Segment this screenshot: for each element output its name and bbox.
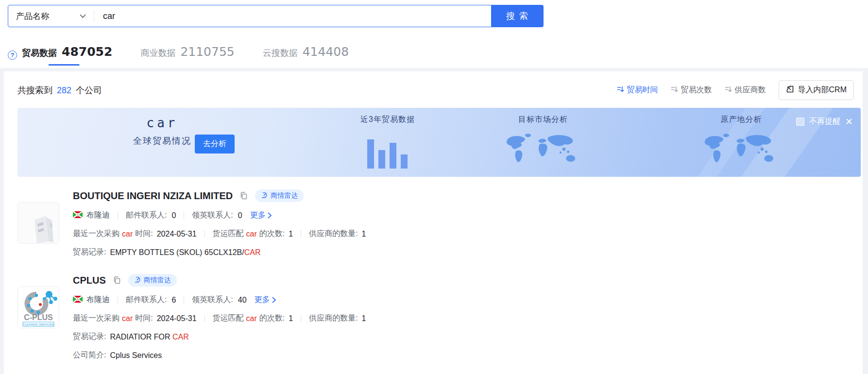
divider [118, 212, 118, 219]
more-label: 更多 [255, 295, 270, 305]
keyword-highlight: car [246, 230, 257, 238]
dont-remind-checkbox[interactable] [796, 118, 804, 126]
linkedin-contacts-label: 领英联系人: [192, 210, 233, 221]
trade-record-label: 贸易记录: [73, 332, 106, 342]
supplier-label: 供应商的数量: [309, 229, 357, 239]
banner-keyword-block: car 全球贸易情况 [133, 116, 191, 147]
import-icon [786, 85, 794, 95]
purchase-label-post: 时间: [135, 229, 153, 239]
tab-count: 487052 [62, 45, 112, 59]
sort-supplier-count[interactable]: 供应商数 [725, 85, 766, 95]
company-info: BOUTIQUE INGERI NZIZA LIMITED 商情雷达 [73, 189, 857, 257]
tab-cloud-search-data[interactable]: 云搜数据 414408 [263, 45, 349, 66]
top-bar: 产品名称 搜 索 ? 贸易数据 487052 商业数据 2110755 [0, 0, 868, 68]
world-map-icon [499, 167, 587, 175]
company-intro-line: 公司简介: Cplus Services [73, 350, 857, 360]
company-meta-line: 布隆迪 邮件联系人: 6 领英联系人: 40 更多 [73, 295, 857, 305]
radar-icon [134, 276, 141, 285]
banner-chart-title: 近3年贸易数据 [360, 115, 415, 125]
company-data-line: 最近一次采购 car 时间: 2024-05-31 货运匹配 car 的次数: … [73, 229, 857, 239]
search-button[interactable]: 搜 索 [492, 5, 544, 27]
analysis-banner: car 全球贸易情况 去分析 近3年贸易数据 目标市场分析 [17, 108, 861, 177]
keyword-highlight: car [122, 314, 133, 323]
divider [184, 212, 184, 219]
divider [301, 230, 301, 238]
freight-label: 货运匹配 [213, 229, 244, 239]
sort-label: 贸易时间 [627, 85, 658, 95]
banner-chart-block: 近3年贸易数据 [360, 115, 415, 169]
more-link[interactable]: 更多 [250, 210, 272, 221]
search-group: 产品名称 [8, 5, 492, 27]
trade-record-highlight: CAR [172, 333, 189, 341]
keyword-highlight: car [246, 314, 257, 323]
radar-badge-label: 商情雷达 [144, 276, 171, 285]
results-panel: 共搜索到 282 个公司 贸易时间 贸易次数 [4, 71, 863, 374]
intro-label: 公司简介: [73, 350, 106, 360]
tab-count: 414408 [303, 45, 349, 59]
company-name[interactable]: CPLUS [73, 275, 106, 286]
purchase-label-post: 时间: [135, 313, 153, 323]
target-market-title: 目标市场分析 [499, 115, 587, 125]
email-contacts-label: 邮件联系人: [126, 295, 167, 305]
scrollbar-gutter[interactable] [863, 68, 868, 374]
divider [184, 296, 184, 304]
sort-trade-count[interactable]: 贸易次数 [671, 85, 712, 95]
tab-trade-data[interactable]: ? 贸易数据 487052 [8, 45, 112, 66]
purchase-label: 最近一次采购 [73, 313, 119, 323]
search-category-select[interactable]: 产品名称 [8, 11, 94, 22]
tab-label: 商业数据 [140, 47, 175, 59]
page-root: 产品名称 搜 索 ? 贸易数据 487052 商业数据 2110755 [0, 0, 868, 374]
tab-business-data[interactable]: 商业数据 2110755 [140, 45, 234, 66]
business-radar-badge[interactable]: 商情雷达 [128, 274, 177, 287]
mini-bar [368, 139, 374, 169]
results-count-prefix: 共搜索到 [17, 85, 52, 95]
import-crm-button[interactable]: 导入内部CRM [779, 80, 854, 100]
trade-record-line: 贸易记录: RADIATIOR FOR CAR [73, 332, 857, 342]
chevron-right-icon [272, 297, 276, 303]
trade-record-text: EMPTY BOTTLES (SKOL) 65CLX12B/CAR [110, 248, 260, 257]
more-link[interactable]: 更多 [255, 295, 276, 305]
purchase-date: 2024-05-31 [157, 314, 197, 323]
business-radar-badge[interactable]: 商情雷达 [255, 189, 304, 202]
tab-label: 云搜数据 [263, 47, 298, 59]
freight-label: 货运匹配 [213, 313, 244, 323]
copy-icon[interactable] [239, 191, 248, 200]
divider [204, 315, 205, 322]
purchase-date: 2024-05-31 [157, 230, 197, 238]
country-flag-burundi-icon [73, 296, 83, 305]
search-bar: 产品名称 搜 索 [8, 5, 544, 27]
banner-subtitle: 全球贸易情况 [133, 135, 191, 147]
linkedin-contacts-value: 0 [238, 211, 242, 220]
company-row: C-PLUS CLEANING SERVICES CPLUS 商情雷达 [14, 257, 857, 360]
trade-record-highlight: CAR [244, 248, 261, 256]
results-toolbar: 贸易时间 贸易次数 供应商数 [617, 80, 854, 100]
country-name: 布隆迪 [86, 295, 110, 305]
sort-icon [671, 85, 678, 95]
cplus-logo-subtext: CLEANING SERVICES [23, 323, 54, 326]
copy-icon[interactable] [113, 276, 121, 285]
company-logo-placeholder [17, 202, 59, 244]
trade-record-text: RADIATIOR FOR CAR [110, 333, 188, 341]
world-map-icon [698, 167, 785, 175]
sort-label: 贸易次数 [681, 85, 712, 95]
country-flag-burundi-icon [73, 211, 83, 220]
company-logo-cplus: C-PLUS CLEANING SERVICES [17, 287, 59, 328]
sort-icon [617, 85, 624, 95]
sort-trade-time[interactable]: 贸易时间 [617, 85, 658, 95]
country-name: 布隆迪 [86, 210, 110, 221]
close-icon[interactable]: ✕ [845, 117, 853, 126]
linkedin-contacts-value: 40 [238, 296, 247, 305]
mini-bar [401, 154, 408, 169]
company-name[interactable]: BOUTIQUE INGERI NZIZA LIMITED [73, 190, 233, 202]
mini-bar [390, 143, 397, 169]
analyze-button[interactable]: 去分析 [195, 135, 235, 153]
results-count-text: 共搜索到 282 个公司 [17, 85, 102, 96]
divider [301, 315, 301, 322]
question-circle-icon[interactable]: ? [8, 51, 17, 60]
company-row: BOUTIQUE INGERI NZIZA LIMITED 商情雷达 [14, 177, 857, 257]
email-contacts-value: 6 [171, 296, 176, 305]
dont-remind-label: 不再提醒 [809, 117, 840, 127]
search-input[interactable] [94, 11, 491, 21]
intro-text: Cplus Services [110, 351, 162, 360]
supplier-count: 1 [362, 314, 366, 323]
